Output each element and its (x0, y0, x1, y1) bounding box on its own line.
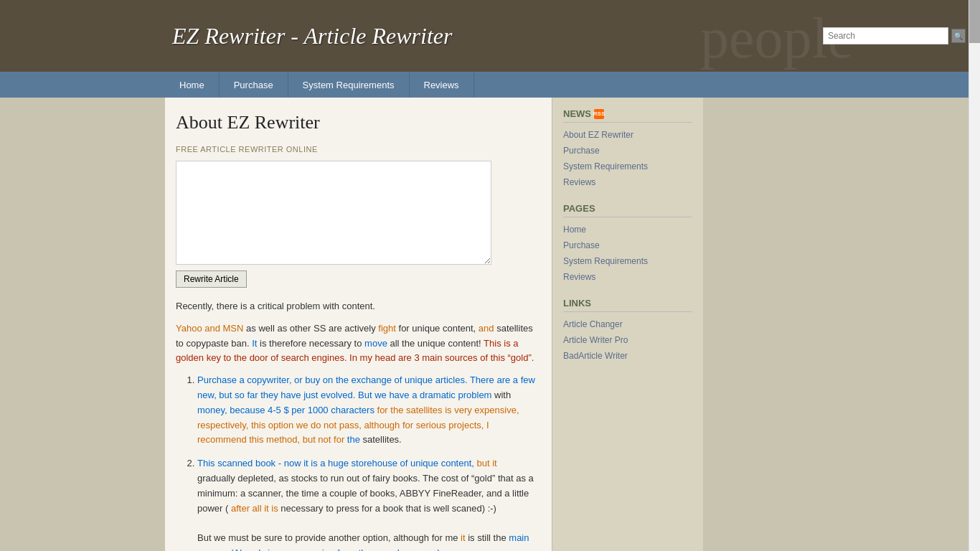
nav-system-requirements[interactable]: System Requirements (288, 72, 410, 98)
li2-but: but it (477, 458, 497, 468)
sidebar-pages-home[interactable]: Home (563, 223, 692, 236)
sidebar-news-reviews[interactable]: Reviews (563, 176, 692, 189)
site-header: EZ Rewriter - Article Rewriter 🔍 (0, 0, 980, 72)
sidebar-pages-title: PAGES (563, 203, 692, 217)
main-content: About EZ Rewriter FREE ARTICLE REWRITER … (165, 98, 552, 551)
text-move: move (364, 338, 387, 349)
free-label: FREE ARTICLE REWRITER ONLINE (176, 145, 537, 154)
sidebar-news-sysreq[interactable]: System Requirements (563, 160, 692, 173)
main-nav: Home Purchase System Requirements Review… (0, 72, 980, 98)
rewrite-textarea[interactable] (176, 161, 491, 265)
search-button[interactable]: 🔍 (951, 29, 966, 43)
li2-after: after all it is (231, 503, 278, 514)
scrollbar-track (969, 0, 980, 551)
li2-it: it (461, 532, 466, 543)
rss-icon: RSS (594, 109, 604, 119)
site-title: EZ Rewriter - Article Rewriter (172, 23, 452, 50)
search-area: 🔍 (823, 27, 966, 44)
sidebar-links-title: LINKS (563, 298, 692, 312)
sidebar: NEWS RSS About EZ Rewriter Purchase Syst… (552, 98, 703, 551)
scrollbar-thumb[interactable] (969, 0, 980, 43)
body-para-2: Yahoo and MSN as well as other SS are ac… (176, 321, 537, 366)
li2-necessary: necessary to press for a book that is we… (281, 503, 496, 514)
main-list: Purchase a copywriter, or buy on the exc… (176, 373, 537, 551)
li1-the: the (347, 434, 360, 445)
sidebar-news-about[interactable]: About EZ Rewriter (563, 128, 692, 141)
main-wrapper: About EZ Rewriter FREE ARTICLE REWRITER … (0, 98, 980, 551)
li1-money: money, because 4-5 $ per 1000 characters (197, 405, 377, 415)
text-all: all the unique content! (390, 338, 484, 349)
nav-home[interactable]: Home (165, 72, 220, 98)
text-and: and (479, 323, 494, 334)
news-title-text: NEWS (563, 108, 591, 119)
nav-purchase[interactable]: Purchase (220, 72, 288, 98)
body-para-1: Recently, there is a critical problem wi… (176, 299, 537, 314)
li2-but2: But we must be sure to provide another o… (197, 532, 461, 543)
search-input[interactable] (823, 27, 948, 44)
sidebar-link-article-changer[interactable]: Article Changer (563, 318, 692, 331)
sidebar-pages-purchase[interactable]: Purchase (563, 239, 692, 252)
sidebar-news-section: NEWS RSS About EZ Rewriter Purchase Syst… (563, 108, 692, 189)
li2-scanned: This scanned book - now it is a huge sto… (197, 458, 477, 468)
sidebar-link-article-writer-pro[interactable]: Article Writer Pro (563, 334, 692, 347)
rewrite-button[interactable]: Rewrite Article (176, 270, 247, 288)
article-body: Recently, there is a critical problem wi… (176, 299, 537, 551)
sidebar-pages-sysreq[interactable]: System Requirements (563, 255, 692, 268)
text-as-well: as well as other SS are actively (246, 323, 378, 334)
page-heading: About EZ Rewriter (176, 112, 537, 133)
sidebar-news-purchase[interactable]: Purchase (563, 144, 692, 157)
sidebar-link-badarticle-writer[interactable]: BadArticle Writer (563, 349, 692, 362)
sidebar-links-section: LINKS Article Changer Article Writer Pro… (563, 298, 692, 362)
li1-with: with (494, 390, 511, 400)
text-yahoo-msn: Yahoo and MSN (176, 323, 243, 334)
list-item-2: This scanned book - now it is a huge sto… (197, 456, 537, 551)
sidebar-pages-reviews[interactable]: Reviews (563, 270, 692, 283)
sidebar-news-title: NEWS RSS (563, 108, 692, 123)
text-for-unique: for unique content, (399, 323, 479, 334)
li1-purchase: Purchase a copywriter, or buy on the exc… (197, 375, 535, 400)
text-therefore: is therefore necessary to (260, 338, 364, 349)
li1-satellites: satellites. (363, 434, 402, 445)
sidebar-pages-section: PAGES Home Purchase System Requirements … (563, 203, 692, 283)
nav-reviews[interactable]: Reviews (410, 72, 474, 98)
text-fight: fight (378, 323, 396, 334)
text-it: It (252, 338, 257, 349)
li2-still: is still the (468, 532, 509, 543)
list-item-1: Purchase a copywriter, or buy on the exc… (197, 373, 537, 448)
